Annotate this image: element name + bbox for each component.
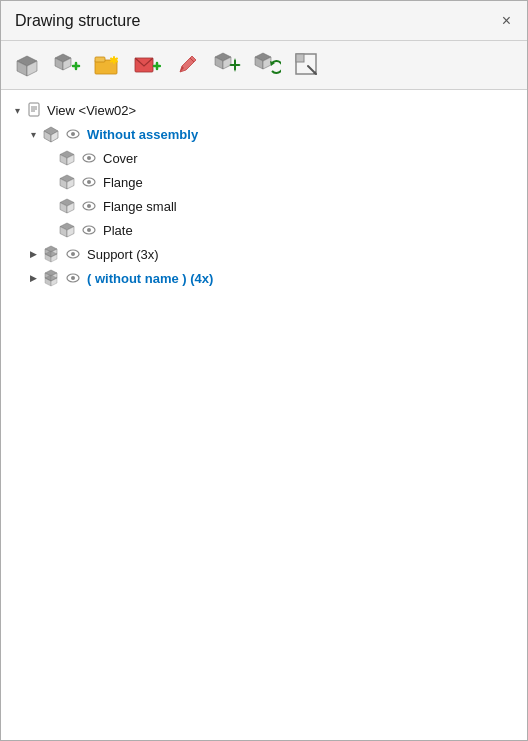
eye-icon-plate [79,220,99,240]
group-support-icon [41,244,61,264]
window-title: Drawing structure [15,12,140,30]
open-icon-button[interactable] [9,47,45,83]
cube-icon [14,53,40,77]
tree-node-support[interactable]: ▶ Support (3x) [5,242,523,266]
pencil-icon [175,53,199,77]
toolbar [1,41,527,90]
support-label: Support (3x) [87,247,159,262]
toggle-view02[interactable]: ▾ [9,102,25,118]
svg-rect-9 [95,57,105,62]
toggle-without-assembly[interactable]: ▾ [25,126,41,142]
resize-icon [293,51,321,79]
without-name-label: ( without name ) (4x) [87,271,213,286]
flange-label: Flange [103,175,143,190]
folder-icon [93,52,121,78]
title-bar: Drawing structure × [1,1,527,41]
svg-point-64 [87,228,91,232]
replace-icon [253,51,281,79]
group-without-name-icon [41,268,61,288]
eye-icon-cover [79,148,99,168]
toggle-without-name[interactable]: ▶ [25,270,41,286]
drawing-structure-window: Drawing structure × [0,0,528,741]
open-folder-button[interactable] [89,47,125,83]
svg-point-49 [87,156,91,160]
resize-button[interactable] [289,47,325,83]
svg-point-44 [71,132,75,136]
flange-small-label: Flange small [103,199,177,214]
plate-label: Plate [103,223,133,238]
tree-node-without-assembly[interactable]: ▾ Without assembly [5,122,523,146]
svg-point-72 [71,252,75,256]
add-view-icon [133,52,161,78]
svg-marker-27 [234,69,236,72]
move-icon [213,51,241,79]
cover-label: Cover [103,151,138,166]
tree-node-flange[interactable]: Flange [5,170,523,194]
eye-icon-support [63,244,83,264]
close-button[interactable]: × [496,11,517,31]
tree-node-plate[interactable]: Plate [5,218,523,242]
move-button[interactable] [209,47,245,83]
add-component-icon [53,52,81,78]
tree-node-flange-small[interactable]: Flange small [5,194,523,218]
eye-icon-flange-small [79,196,99,216]
without-assembly-label: Without assembly [87,127,198,142]
cube-flange-small-icon [57,196,77,216]
tree-node-view02[interactable]: ▾ View <View02> [5,98,523,122]
tree-node-without-name[interactable]: ▶ ( without name ) (4x) [5,266,523,290]
edit-button[interactable] [169,47,205,83]
eye-icon-without-name [63,268,83,288]
eye-icon-assembly [63,124,83,144]
svg-point-54 [87,180,91,184]
svg-point-59 [87,204,91,208]
svg-point-80 [71,276,75,280]
add-view-button[interactable] [129,47,165,83]
cube-plate-icon [57,220,77,240]
svg-rect-33 [296,54,304,62]
tree-area: ▾ View <View02> ▾ [1,90,527,740]
tree-node-cover[interactable]: Cover [5,146,523,170]
document-icon [25,100,45,120]
replace-button[interactable] [249,47,285,83]
assembly-folder-icon [41,124,61,144]
add-component-button[interactable] [49,47,85,83]
eye-icon-flange [79,172,99,192]
view02-label: View <View02> [47,103,136,118]
cube-cover-icon [57,148,77,168]
svg-marker-26 [234,58,236,61]
cube-flange-icon [57,172,77,192]
toggle-support[interactable]: ▶ [25,246,41,262]
